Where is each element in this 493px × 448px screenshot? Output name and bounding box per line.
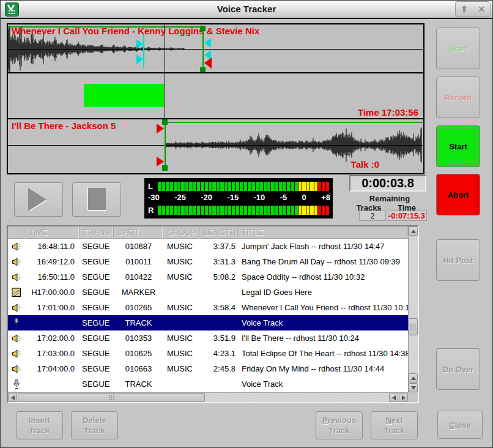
start-segue-button[interactable]: Start (436, 28, 480, 69)
audio-meter: L -30-25-20-15-10-50+8 R (144, 178, 333, 218)
track2-start-top-icon[interactable] (157, 124, 164, 133)
shade-window-icon[interactable]: ⬆ (461, 5, 468, 13)
speaker-icon (8, 254, 25, 269)
column-header-group[interactable]: GROUP (163, 226, 200, 239)
cell-time: 17:01:00.0 (25, 300, 80, 315)
vertical-scroll-thumb[interactable] (409, 318, 418, 335)
log-row[interactable]: 17:04:00.0SEGUE010663MUSIC2:45.8Friday O… (8, 361, 408, 376)
cell-group: MUSIC (163, 346, 200, 361)
cell-cart: TRACK (114, 315, 163, 330)
log-row[interactable]: 17:01:00.0SEGUE010265MUSIC3:58.4Whenever… (8, 300, 408, 315)
log-row[interactable]: 17:03:00.0SEGUE010625MUSIC4:23.1Total Ec… (8, 346, 408, 361)
column-header-trans[interactable]: TRANS (80, 226, 114, 239)
horizontal-scrollbar[interactable] (8, 392, 408, 402)
log-row[interactable]: 16:48:11.0SEGUE010687MUSIC3:37.5Jumpin' … (8, 239, 408, 254)
voicetrack-region[interactable] (84, 84, 164, 107)
arrow-up-icon (411, 376, 416, 380)
playhead-line-2 (165, 73, 165, 118)
horizontal-scroll-thumb[interactable] (18, 393, 205, 402)
column-header-time[interactable]: TIME (25, 226, 80, 239)
cell-title: Total Eclipse Of The Heart -- rdhost 11/… (238, 346, 408, 361)
meter-scale-label: -10 (254, 193, 265, 203)
scroll-up-button-2[interactable] (409, 373, 418, 383)
meter-segment (161, 206, 165, 215)
thumb-grip (410, 324, 417, 330)
play-button[interactable] (14, 182, 63, 217)
insert-track-button[interactable]: Insert Track (16, 411, 63, 439)
meter-segment (220, 182, 223, 191)
cell-time: 17:02:00.0 (25, 330, 80, 346)
column-header-icon[interactable] (8, 226, 25, 239)
meter-segment (240, 206, 243, 215)
meter-segment (271, 206, 274, 215)
thumb-grip (108, 394, 115, 401)
log-rows: 16:48:11.0SEGUE010687MUSIC3:37.5Jumpin' … (8, 239, 408, 392)
cell-cart: TRACK (114, 376, 163, 392)
column-header-title[interactable]: TITLE (238, 226, 408, 239)
scroll-down-button[interactable] (409, 383, 418, 392)
scroll-left-button-2[interactable] (389, 393, 398, 402)
hit-post-button[interactable]: Hit Post (436, 239, 480, 281)
cell-group: MUSIC (163, 269, 200, 285)
column-header-length[interactable]: LENGTH (200, 226, 238, 239)
remaining-label: Remaining (352, 194, 427, 203)
scroll-left-button[interactable] (8, 393, 17, 402)
track2-start-marker-line[interactable] (165, 119, 166, 171)
mic-icon (8, 376, 25, 392)
cell-title: Voice Track (238, 376, 408, 392)
cell-title: Space Oddity -- rdhost 11/30 10:32 (238, 269, 408, 285)
cell-trans: SEGUE (80, 361, 114, 376)
meter-right-label: R (148, 206, 158, 215)
record-button[interactable]: Record (436, 77, 480, 118)
delete-track-button[interactable]: Delete Track (71, 411, 118, 439)
meter-segment (244, 182, 247, 191)
fade-marker-top-icon[interactable] (204, 38, 211, 48)
cell-group (163, 315, 200, 330)
log-row[interactable]: 16:49:12.0SEGUE010011MUSIC3:31.3Bang The… (8, 254, 408, 269)
previous-track-label-2: Track (329, 425, 350, 436)
track-start-bottom-handle[interactable] (200, 67, 206, 73)
log-row[interactable]: H17:00:00.0SEGUEMARKERLegal ID Goes Here (8, 285, 408, 300)
meter-segment (205, 182, 208, 191)
scheduled-time-label: Time 17:03:56 (358, 107, 418, 118)
log-row[interactable]: 16:50:11.0SEGUE010422MUSIC5:08.2Space Od… (8, 269, 408, 285)
track2-start-bottom-handle[interactable] (162, 165, 168, 171)
segue-marker-line[interactable] (143, 34, 144, 69)
track-start-marker-line[interactable] (202, 26, 204, 72)
close-window-icon[interactable]: ✕ (478, 5, 485, 13)
arrow-left-icon (392, 395, 396, 400)
meter-segment (256, 206, 259, 215)
mic-icon (8, 315, 25, 330)
meter-segment (228, 182, 231, 191)
scroll-right-button[interactable] (399, 393, 408, 402)
log-row[interactable]: 17:02:00.0SEGUE010353MUSIC3:51.9I'll Be … (8, 330, 408, 346)
next-track-button[interactable]: Next Track (371, 411, 418, 439)
segue-marker-top-icon[interactable] (136, 39, 143, 49)
meter-segment (291, 182, 294, 191)
focus-rectangle (439, 128, 478, 165)
vertical-scrollbar[interactable] (408, 226, 418, 392)
cell-title: Friday On My Mind -- rdhost 11/30 14:44 (238, 361, 408, 376)
stop-icon (87, 188, 106, 211)
speaker-icon (8, 269, 25, 285)
previous-track-button[interactable]: Previous Track (316, 411, 363, 439)
log-row[interactable]: SEGUETRACKVoice Track (8, 315, 408, 330)
abort-button[interactable]: Abort (436, 174, 480, 215)
meter-right-bar (158, 206, 329, 215)
titlebar[interactable]: Voice Tracker ⬆ ✕ (1, 1, 492, 19)
meter-segment (259, 206, 262, 215)
log-row[interactable]: SEGUETRACKVoice Track (8, 376, 408, 392)
stop-button[interactable] (72, 182, 121, 217)
cell-length: 3:58.4 (200, 300, 238, 315)
start-button[interactable]: Start (436, 125, 480, 167)
column-header-cart[interactable]: CART (114, 226, 163, 239)
segue-marker-bottom-icon[interactable] (136, 54, 143, 64)
cell-title: Jumpin' Jack Flash -- rdhost 11/30 14:47 (238, 239, 408, 254)
track-start-top-handle[interactable] (200, 26, 206, 31)
scroll-up-button[interactable] (409, 226, 418, 236)
close-button[interactable]: Close (437, 411, 483, 439)
do-over-button[interactable]: Do Over (436, 348, 480, 390)
meter-segment (181, 206, 184, 215)
cell-length (200, 376, 238, 392)
waveform-editor: Whenever I Call You Friend - Kenny Loggi… (7, 23, 424, 174)
